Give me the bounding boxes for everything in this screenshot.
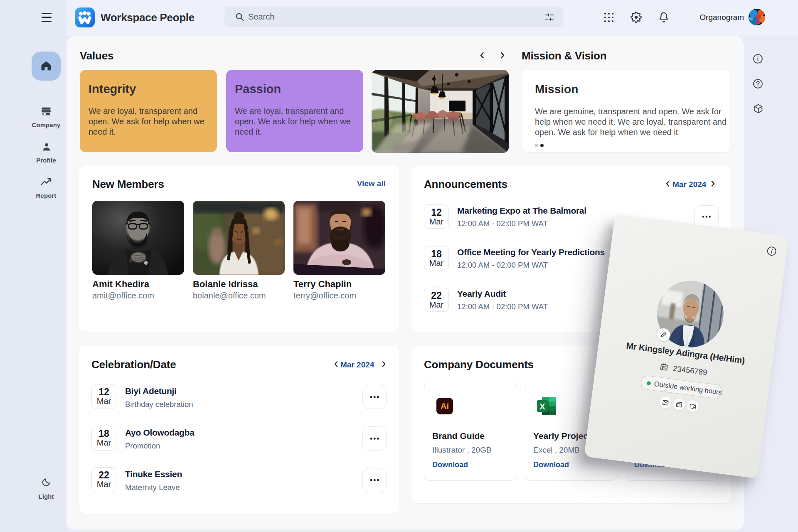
svg-text:X: X — [539, 402, 545, 411]
